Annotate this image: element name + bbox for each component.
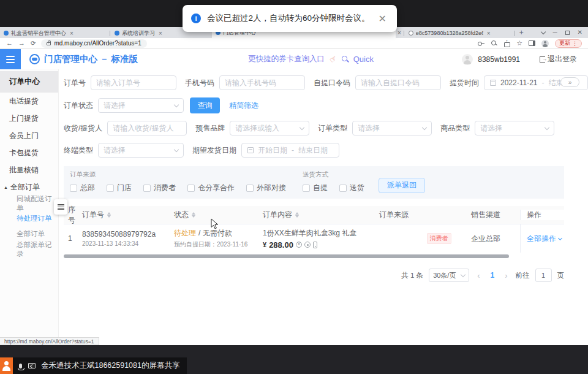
checkbox-hq[interactable]: 总部: [70, 183, 95, 193]
current-page[interactable]: 1: [488, 271, 497, 280]
next-page-icon[interactable]: ›: [502, 271, 510, 280]
sidebar-item-batch-verify[interactable]: 批量核销: [0, 161, 58, 178]
header-status[interactable]: 状态: [174, 210, 263, 220]
tab-search-icon[interactable]: [540, 29, 545, 34]
password-key-icon[interactable]: [478, 40, 484, 47]
logout-button[interactable]: 退出登录: [540, 54, 577, 64]
sort-icon[interactable]: [107, 212, 111, 218]
checkbox-icon[interactable]: [70, 185, 77, 192]
forward-icon[interactable]: →: [18, 40, 25, 47]
search-button[interactable]: 查询: [190, 97, 220, 113]
address-bar[interactable]: md.maboy.cn/AllOrder?status=1: [41, 39, 146, 48]
lock-icon: [47, 42, 51, 45]
filter-row-4: 终端类型 请选择 期望发货日期 开始日期 - 结束日期: [64, 143, 588, 158]
screen-share-bar[interactable]: 金禾通技术王斌18662591081的屏幕共享: [0, 357, 187, 374]
checkbox-warehouse-share[interactable]: 仓分享合作: [187, 183, 235, 193]
browser-tab-hash[interactable]: e8c573980b1328a258fd2e6f8 ×: [405, 28, 514, 38]
select-placeholder: 请选择: [104, 101, 126, 111]
horizontal-scrollbar[interactable]: [64, 254, 509, 258]
checkbox-icon[interactable]: [107, 185, 114, 192]
back-icon[interactable]: ←: [6, 40, 13, 47]
sidebar-section-order-center[interactable]: 订单中心: [0, 71, 58, 93]
sidebar-item-card-pickup[interactable]: 卡包提货: [0, 144, 58, 161]
sidebar-item-member-visit[interactable]: 会员上门: [0, 127, 58, 144]
sidebar-subitem-pending-orders[interactable]: 待处理订单: [0, 211, 58, 226]
checkbox-icon[interactable]: [339, 185, 347, 192]
header-content[interactable]: 订单内容: [263, 210, 379, 220]
page-size-select[interactable]: 30条/页: [429, 269, 469, 282]
checkbox-icon[interactable]: [143, 185, 151, 192]
close-window-icon[interactable]: ✕: [578, 29, 582, 36]
tab-divider: [404, 31, 404, 36]
new-tab-icon[interactable]: +: [519, 28, 524, 37]
promo-link[interactable]: 更快捷的券卡查询入口: [248, 54, 325, 64]
sidebar-subitem-city-delivery[interactable]: 同城配送订单: [0, 196, 58, 211]
tab-close-icon[interactable]: ×: [159, 30, 162, 37]
table-row[interactable]: 1 83859345088979792a 2023-11-13 14:33:34…: [64, 224, 564, 253]
bookmark-star-icon[interactable]: ☆: [516, 39, 522, 47]
user-avatar[interactable]: [462, 54, 473, 65]
quick-search-icon[interactable]: [342, 56, 349, 63]
browser-tab-1[interactable]: 礼盒营销平台管理中心 ×: [0, 28, 109, 38]
filter-collapse-button[interactable]: »: [560, 77, 579, 87]
goto-page-input[interactable]: [535, 269, 552, 282]
header-order-no[interactable]: 订单号: [82, 210, 174, 220]
terminal-type-select[interactable]: 请选择: [98, 143, 184, 158]
sidebar-subitem-hq-dispatch-log[interactable]: 总部派单记录: [0, 242, 58, 257]
checkbox-icon[interactable]: [187, 185, 195, 192]
zoom-icon[interactable]: [491, 40, 497, 47]
sidebar-subitem-all-orders[interactable]: 全部订单: [0, 226, 58, 242]
share-icon[interactable]: [503, 40, 510, 47]
checkbox-icon[interactable]: [303, 185, 310, 192]
pickup-code-input[interactable]: [355, 75, 441, 90]
sidebar-item-all-orders-parent[interactable]: ▲ 全部订单: [0, 178, 58, 196]
receiver-label: 收货/提货人: [64, 123, 102, 134]
all-actions-dropdown[interactable]: 全部操作: [527, 234, 564, 244]
chrome-update-button[interactable]: 更新 ⋮: [555, 39, 582, 48]
tab-close-icon[interactable]: ×: [487, 30, 491, 37]
sort-icon[interactable]: [192, 212, 195, 218]
header-source: 订单来源: [379, 210, 471, 220]
hamburger-menu-button[interactable]: [0, 49, 21, 69]
cell-action: 全部操作: [520, 224, 564, 253]
checkbox-external[interactable]: 外部对接: [246, 183, 286, 193]
sort-icon[interactable]: [295, 212, 299, 218]
goods-type-select[interactable]: 请选择: [475, 121, 554, 135]
checkbox-store[interactable]: 门店: [107, 183, 132, 193]
window-controls: ─ ✕: [541, 27, 588, 38]
phone-input[interactable]: [219, 75, 305, 90]
simple-filter-link[interactable]: 精简筛选: [229, 101, 258, 111]
sidebar-item-phone-pickup[interactable]: 电话提货: [0, 93, 58, 110]
prev-page-icon[interactable]: ‹: [475, 271, 482, 280]
checkbox-icon[interactable]: [246, 185, 254, 192]
maximize-icon[interactable]: [565, 31, 570, 35]
table-header-row: 序号 订单号 状态 订单内容 订单来源 销售渠道 操作: [64, 206, 564, 224]
tab-close-icon[interactable]: ×: [398, 29, 401, 36]
meeting-notification-text: 会议已超过2人，自动转为60分钟限时会议。: [207, 13, 370, 24]
checkbox-consumer[interactable]: 消费者: [143, 183, 176, 193]
dispatch-return-button[interactable]: 派单退回: [379, 178, 425, 193]
sidebar-drag-handle[interactable]: [54, 199, 67, 215]
ship-date-range-picker[interactable]: 开始日期 - 结束日期: [241, 143, 339, 158]
order-type-select[interactable]: 请选择: [352, 121, 432, 135]
header-action: 操作: [520, 210, 564, 220]
tab-divider: [514, 31, 515, 36]
browser-profile-avatar[interactable]: [541, 40, 549, 47]
order-status-select[interactable]: 请选择: [98, 98, 184, 113]
close-icon[interactable]: ✕: [379, 13, 386, 25]
side-panel-icon[interactable]: [529, 40, 535, 46]
info-icon: i: [191, 13, 201, 23]
checkbox-self-pickup[interactable]: 自提: [303, 183, 328, 193]
order-no-input[interactable]: [91, 75, 176, 90]
checkbox-delivery[interactable]: 送货: [339, 183, 364, 193]
username: 8385wb1991: [478, 55, 520, 64]
browser-menu-icon[interactable]: ⋮: [572, 40, 578, 47]
sidebar-item-door-pickup[interactable]: 上门提货: [0, 110, 58, 127]
receiver-input[interactable]: [107, 121, 187, 135]
presale-brand-select[interactable]: 请选择或输入: [230, 121, 309, 135]
quick-link[interactable]: Quick: [353, 55, 374, 64]
reload-icon[interactable]: ⟳: [31, 40, 36, 47]
tab-close-icon[interactable]: ×: [70, 30, 74, 37]
minimize-icon[interactable]: ─: [553, 29, 557, 36]
select-placeholder: 请选择: [104, 145, 126, 156]
